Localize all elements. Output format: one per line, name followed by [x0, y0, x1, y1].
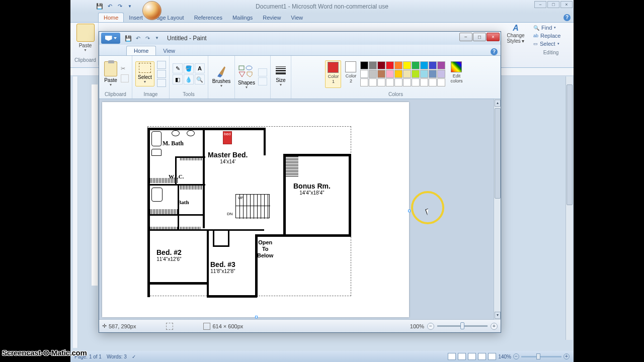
magnifier-tool-icon[interactable]: 🔍 — [195, 74, 205, 84]
crop-icon[interactable] — [157, 61, 166, 69]
color-swatch[interactable] — [403, 78, 411, 86]
word-zoom-out-button[interactable]: − — [513, 353, 519, 359]
color-swatch[interactable] — [437, 70, 445, 78]
word-select-button[interactable]: ▭ Select ▾ — [531, 40, 571, 48]
paint-zoom-in-button[interactable]: + — [491, 323, 498, 330]
paint-save-icon[interactable]: 💾 — [124, 34, 132, 42]
color-swatch[interactable] — [420, 78, 428, 86]
word-zoom-slider[interactable] — [521, 356, 561, 357]
word-help-icon[interactable]: ? — [564, 14, 571, 21]
color-swatch[interactable] — [369, 61, 377, 69]
color-swatch[interactable] — [403, 70, 411, 78]
word-close-button[interactable]: × — [560, 1, 573, 8]
paint-help-icon[interactable]: ? — [491, 48, 498, 55]
scroll-up-icon[interactable]: ▴ — [495, 100, 501, 107]
word-zoom-in-button[interactable]: + — [564, 353, 570, 359]
color-swatch[interactable] — [420, 61, 428, 69]
paint-maximize-button[interactable]: □ — [473, 33, 486, 41]
paint-vertical-scrollbar[interactable]: ▴ ▾ — [494, 99, 501, 319]
color-swatch[interactable] — [386, 78, 394, 86]
fill-tool-icon[interactable]: 🪣 — [184, 63, 194, 73]
text-tool-icon[interactable]: A — [195, 63, 205, 73]
color-swatch[interactable] — [403, 61, 411, 69]
paint-color2-button[interactable]: Color 2 — [343, 60, 359, 88]
word-view-web-icon[interactable] — [468, 353, 476, 360]
canvas-handle-bottom[interactable] — [255, 316, 258, 318]
paint-brushes-button[interactable]: Brushes ▼ — [211, 64, 231, 89]
paint-close-button[interactable]: × — [487, 33, 500, 41]
color-swatch[interactable] — [394, 70, 403, 78]
color-swatch[interactable] — [377, 70, 385, 78]
color-swatch[interactable] — [386, 70, 394, 78]
color-swatch[interactable] — [420, 70, 428, 78]
paint-zoom-out-button[interactable]: − — [427, 323, 434, 330]
paint-select-button[interactable]: Select ▼ — [135, 61, 154, 86]
color-swatch[interactable] — [429, 78, 437, 86]
word-vertical-ruler[interactable] — [73, 76, 78, 348]
paint-edit-colors-button[interactable]: Edit colors — [447, 60, 466, 88]
office-button[interactable] — [142, 1, 162, 20]
word-word-count[interactable]: Words: 3 — [107, 354, 127, 359]
paint-canvas[interactable]: /* stair lines generated below */ bed M.… — [102, 102, 409, 317]
color-swatch[interactable] — [437, 78, 445, 86]
word-minimize-button[interactable]: − — [534, 1, 546, 8]
shape-outline-icon[interactable] — [258, 68, 267, 76]
color-swatch[interactable] — [394, 61, 403, 69]
qat-dropdown-icon[interactable]: ▼ — [126, 3, 134, 11]
color-swatch[interactable] — [412, 78, 420, 86]
color-swatch[interactable] — [369, 78, 377, 86]
word-view-print-icon[interactable] — [448, 353, 456, 360]
color-swatch[interactable] — [429, 70, 437, 78]
paint-scroll-thumb[interactable] — [495, 108, 501, 199]
word-tab-review[interactable]: Review — [258, 13, 286, 22]
word-scroll-thumb[interactable] — [567, 84, 573, 205]
paint-shapes-button[interactable] — [238, 65, 255, 80]
word-tab-mailings[interactable]: Mailings — [227, 13, 258, 22]
color-swatch[interactable] — [369, 70, 377, 78]
word-view-outline-icon[interactable] — [478, 353, 486, 360]
save-icon[interactable]: 💾 — [96, 3, 104, 11]
word-replace-button[interactable]: ab Replace — [531, 32, 571, 40]
word-maximize-button[interactable]: □ — [547, 1, 559, 8]
rotate-icon[interactable] — [157, 79, 166, 87]
paint-paste-button[interactable]: Paste ▼ — [102, 61, 119, 86]
paint-redo-icon[interactable]: ↷ — [143, 34, 151, 42]
canvas-handle-right[interactable] — [408, 210, 411, 212]
scroll-down-icon[interactable]: ▾ — [495, 312, 501, 319]
paint-tab-view[interactable]: View — [156, 46, 182, 55]
color-swatch[interactable] — [437, 61, 445, 69]
undo-icon[interactable]: ↶ — [106, 3, 114, 11]
paint-zoom-level[interactable]: 100% — [410, 323, 424, 329]
color-swatch[interactable] — [377, 61, 385, 69]
color-swatch[interactable] — [360, 78, 368, 86]
paint-canvas-area[interactable]: /* stair lines generated below */ bed M.… — [99, 99, 494, 319]
shape-fill-icon[interactable] — [258, 77, 267, 85]
eyedropper-tool-icon[interactable]: 💧 — [184, 74, 194, 84]
paint-color1-button[interactable]: Color 1 — [325, 60, 341, 88]
word-paste-button[interactable] — [76, 24, 95, 42]
color-swatch[interactable] — [360, 70, 368, 78]
eraser-tool-icon[interactable]: ◧ — [173, 74, 183, 84]
word-vertical-scrollbar[interactable] — [566, 76, 573, 340]
word-proofing-icon[interactable]: ✓ — [132, 354, 136, 359]
word-find-button[interactable]: 🔍 Find ▾ — [531, 24, 571, 32]
resize-icon[interactable] — [157, 70, 166, 78]
word-tab-view[interactable]: View — [286, 13, 308, 22]
color-swatch[interactable] — [377, 78, 385, 86]
paint-titlebar[interactable]: 💾 ↶ ↷ ▼ Untitled - Paint − □ × — [99, 32, 501, 45]
color-swatch[interactable] — [412, 70, 420, 78]
word-zoom-level[interactable]: 140% — [498, 354, 511, 359]
paint-qat-dropdown-icon[interactable]: ▼ — [153, 34, 161, 42]
paint-undo-icon[interactable]: ↶ — [134, 34, 142, 42]
cut-icon[interactable]: ✂ — [121, 65, 129, 73]
word-view-draft-icon[interactable] — [488, 353, 496, 360]
color-swatch[interactable] — [429, 61, 437, 69]
paint-size-button[interactable]: Size ▼ — [274, 64, 288, 89]
color-swatch[interactable] — [412, 61, 420, 69]
copy-icon[interactable] — [121, 74, 129, 82]
paint-tab-home[interactable]: Home — [126, 46, 156, 55]
paint-menu-button[interactable] — [101, 33, 120, 44]
word-view-fullscreen-icon[interactable] — [458, 353, 466, 360]
word-tab-references[interactable]: References — [189, 13, 227, 22]
pencil-tool-icon[interactable]: ✎ — [173, 63, 183, 73]
